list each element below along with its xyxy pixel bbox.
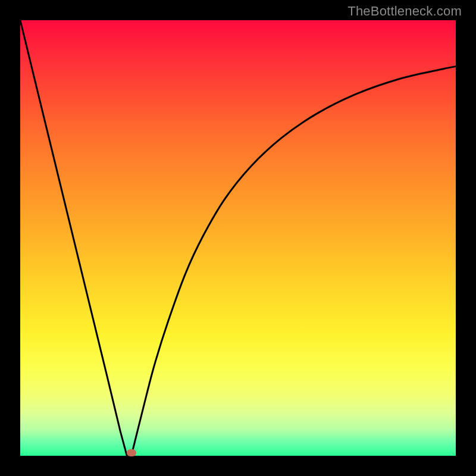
chart-frame: TheBottleneck.com <box>0 0 476 476</box>
bottleneck-curve <box>20 20 456 456</box>
bottleneck-marker <box>127 449 136 456</box>
watermark-text: TheBottleneck.com <box>347 4 462 19</box>
plot-area <box>20 20 456 456</box>
curve-path <box>20 20 456 456</box>
